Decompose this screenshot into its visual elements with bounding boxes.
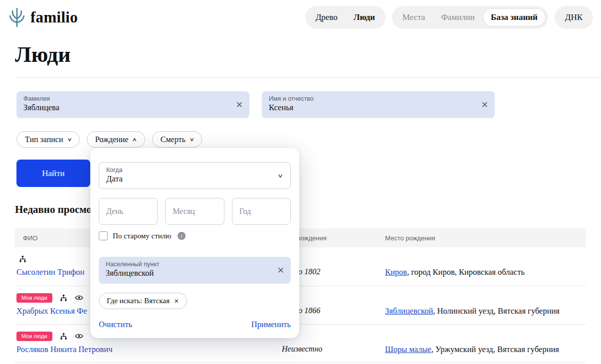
surname-value: Зяблицева [23,103,227,113]
person-name-link[interactable]: Храбрых Ксенья Фе [16,306,87,316]
apply-link[interactable]: Применить [251,320,291,330]
month-input[interactable] [165,198,224,225]
page-title: Люди [15,42,71,67]
filter-birth-label: Рождение [95,135,129,144]
birth-place-cell: Шоры малые, Уржумский уезд, Вятская губе… [385,345,559,355]
locality-value: Зяблицевской [106,268,269,278]
filter-death[interactable]: Смерть ∨ [152,131,202,148]
row-icons: Мои люди [16,331,83,341]
when-label: Когда [106,167,270,174]
year-input[interactable] [232,198,291,225]
place-rest: , Нолинский уезд, Вятская губерния [433,306,560,316]
family-tree-icon[interactable] [19,255,26,263]
locality-clear-icon[interactable]: ✕ [277,266,284,275]
name-clear-icon[interactable]: ✕ [481,101,488,109]
chevron-up-icon: ∧ [132,137,137,142]
nav-tab-baza-znaniy[interactable]: База знаний [483,8,546,26]
column-fio: ФИО [23,234,37,242]
locality-field[interactable]: Населенный пункт Зяблицевской ✕ [99,257,291,284]
nav-tab-familii[interactable]: Фамилии [433,8,483,26]
info-icon[interactable]: i [178,232,186,240]
my-people-badge: Мои люди [16,332,52,341]
nav-group-tree-people: Древо Люди [305,6,386,29]
surname-field[interactable]: Фамилия Зяблицева ✕ [16,91,249,118]
name-label: Имя и отчество [269,95,473,102]
nav-group-places: Места Фамилии База знаний [392,6,548,29]
brand-logo[interactable]: familio [8,7,78,27]
day-input[interactable] [99,198,158,225]
when-value: Дата [106,174,270,184]
chevron-down-icon: ∨ [189,137,194,142]
locality-label: Населенный пункт [106,261,269,268]
birth-place-cell: Киров, город Киров, Кировская область [385,267,525,277]
surname-clear-icon[interactable]: ✕ [236,101,243,109]
row-icons: Мои люди [16,293,83,303]
old-style-label: По старому стилю [113,232,172,240]
filter-chips: Тип записи ∨ Рождение ∧ Смерть ∨ [16,131,202,148]
title-divider [15,77,601,78]
chevron-down-icon: ∨ [67,137,72,142]
date-inputs-row [99,198,291,225]
nav-tab-mesta[interactable]: Места [395,8,433,26]
row-icons [19,254,26,264]
panel-footer: Очистить Применить [99,320,291,330]
nav-tab-drevo[interactable]: Древо [308,8,346,26]
chip-close-icon[interactable]: ✕ [174,298,179,305]
place-rest: , город Киров, Кировская область [407,267,525,277]
filter-record-type[interactable]: Тип записи ∨ [16,131,80,148]
name-field[interactable]: Имя и отчество Ксенья ✕ [262,91,495,118]
place-link[interactable]: Зяблицевской [385,306,433,316]
place-link[interactable]: Шоры малые [385,345,431,354]
where-search-label: Где искать: Вятская [107,297,170,305]
place-link[interactable]: Киров [385,267,407,277]
familio-tree-icon [8,7,26,27]
old-style-row: По старому стилю i [99,231,291,240]
filter-birth[interactable]: Рождение ∧ [87,131,145,148]
birth-place-cell: Зяблицевской, Нолинский уезд, Вятская гу… [385,306,560,316]
filter-death-label: Смерть [161,135,186,144]
place-rest: , Уржумский уезд, Вятская губерния [431,345,559,354]
surname-label: Фамилия [23,95,227,102]
filter-record-type-label: Тип записи [25,135,63,144]
where-search-chip[interactable]: Где искать: Вятская ✕ [99,293,187,309]
nav-tab-lyudi[interactable]: Люди [346,8,383,26]
birth-date-cell: Неизвестно [282,345,322,354]
clear-link[interactable]: Очистить [99,320,132,330]
when-select[interactable]: Когда Дата ∨ [99,162,291,189]
nav-group-dna: ДНК [555,6,593,29]
birth-filter-panel: Когда Дата ∨ По старому стилю i Населенн… [90,148,299,338]
eye-icon[interactable] [75,333,83,339]
family-tree-icon[interactable] [60,333,67,340]
column-birth-place: Место рождения [385,234,435,242]
family-tree-icon[interactable] [60,294,67,302]
old-style-checkbox[interactable] [99,231,108,240]
chevron-down-icon: ∨ [277,173,283,179]
my-people-badge: Мои люди [16,293,52,303]
search-submit-button[interactable]: Найти [16,160,90,187]
nav-tab-dnk[interactable]: ДНК [557,8,591,26]
eye-icon[interactable] [75,295,83,301]
header: familio Древо Люди Места Фамилии База зн… [0,0,601,35]
person-name-link[interactable]: Сысолетин Трифон [16,267,84,277]
main-nav: Древо Люди Места Фамилии База знаний ДНК [305,6,593,29]
name-value: Ксенья [269,103,473,113]
person-name-link[interactable]: Росляков Никита Петрович [16,345,112,355]
brand-name: familio [30,8,78,26]
